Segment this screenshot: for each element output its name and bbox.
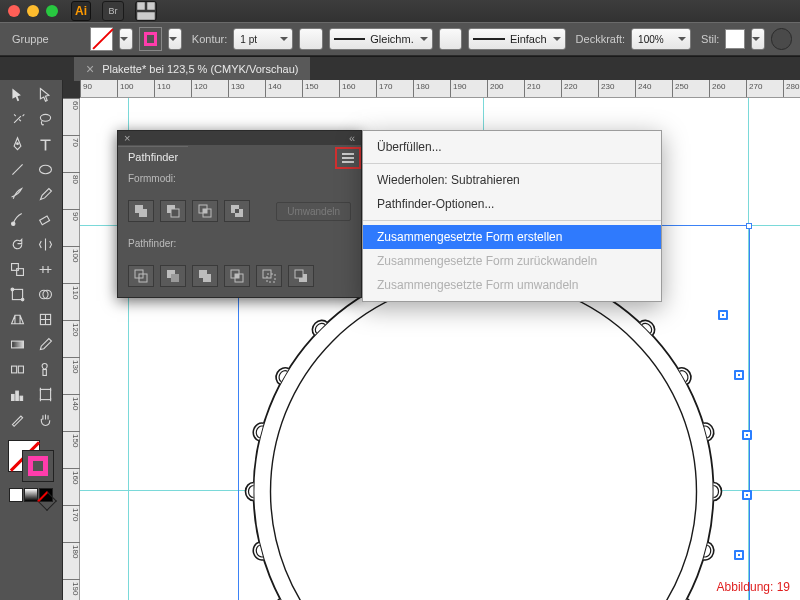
perspective-grid-tool[interactable] bbox=[3, 307, 31, 332]
horizontal-ruler[interactable]: 9010011012013014015016017018019020021022… bbox=[80, 80, 800, 98]
gradient-tool[interactable] bbox=[3, 332, 31, 357]
anchor-point[interactable] bbox=[742, 490, 752, 500]
control-bar: Gruppe Kontur: 1 pt Gleichm. Einfach Dec… bbox=[0, 22, 800, 56]
fill-stroke-control[interactable] bbox=[6, 438, 56, 484]
svg-rect-19 bbox=[42, 370, 45, 376]
svg-point-4 bbox=[16, 143, 18, 145]
svg-rect-29 bbox=[171, 209, 179, 217]
svg-rect-39 bbox=[171, 274, 179, 282]
svg-rect-10 bbox=[12, 289, 22, 299]
slice-tool[interactable] bbox=[3, 407, 31, 432]
svg-rect-20 bbox=[11, 395, 14, 401]
stroke-dropdown[interactable] bbox=[168, 28, 182, 50]
selection-tool[interactable] bbox=[3, 82, 31, 107]
eraser-tool[interactable] bbox=[31, 207, 59, 232]
svg-rect-48 bbox=[295, 270, 303, 278]
blob-brush-tool[interactable] bbox=[3, 207, 31, 232]
panel-flyout-menu-button[interactable] bbox=[337, 149, 359, 167]
pathfinder-tab[interactable]: Pathfinder bbox=[118, 146, 188, 167]
type-tool[interactable] bbox=[31, 132, 59, 157]
svg-rect-18 bbox=[18, 366, 23, 373]
blend-tool[interactable] bbox=[3, 357, 31, 382]
menu-item-release-compound-shape: Zusammengesetzte Form zurückwandeln bbox=[363, 249, 661, 273]
width-tool[interactable] bbox=[31, 257, 59, 282]
stroke-swatch[interactable] bbox=[139, 27, 162, 51]
brush-button[interactable] bbox=[439, 28, 462, 50]
settings-gear-button[interactable] bbox=[771, 28, 792, 50]
anchor-point[interactable] bbox=[734, 550, 744, 560]
close-window-button[interactable] bbox=[8, 5, 20, 17]
figure-caption: Abbildung: 19 bbox=[717, 580, 790, 594]
stroke-width-input[interactable]: 1 pt bbox=[233, 28, 293, 50]
intersect-button[interactable] bbox=[192, 200, 218, 222]
menu-item-trap[interactable]: Überfüllen... bbox=[363, 135, 661, 159]
arrange-docs-button[interactable] bbox=[135, 1, 157, 21]
pathfinder-panel[interactable]: ×« Pathfinder Formmodi: Umwandeln Pathfi… bbox=[117, 130, 362, 298]
reflect-tool[interactable] bbox=[31, 232, 59, 257]
minus-back-button[interactable] bbox=[288, 265, 314, 287]
free-transform-tool[interactable] bbox=[3, 282, 31, 307]
pen-tool[interactable] bbox=[3, 132, 31, 157]
svg-point-12 bbox=[21, 298, 24, 301]
style-swatch[interactable] bbox=[725, 29, 744, 49]
magic-wand-tool[interactable] bbox=[3, 107, 31, 132]
style-dropdown[interactable] bbox=[751, 28, 765, 50]
paintbrush-tool[interactable] bbox=[3, 182, 31, 207]
fill-dropdown[interactable] bbox=[119, 28, 133, 50]
vertical-ruler[interactable]: 60708090100110120130140150160170180190 bbox=[63, 98, 80, 600]
divide-button[interactable] bbox=[128, 265, 154, 287]
anchor-point[interactable] bbox=[742, 430, 752, 440]
document-tab-title: Plakette* bei 123,5 % (CMYK/Vorschau) bbox=[102, 63, 298, 75]
svg-rect-41 bbox=[203, 274, 211, 282]
stroke-cap-label: Gleichm. bbox=[370, 33, 413, 45]
svg-rect-17 bbox=[11, 366, 16, 373]
anchor-point[interactable] bbox=[734, 370, 744, 380]
minus-front-button[interactable] bbox=[160, 200, 186, 222]
svg-rect-42 bbox=[235, 274, 239, 278]
menu-item-options[interactable]: Pathfinder-Optionen... bbox=[363, 192, 661, 216]
artboard-tool[interactable] bbox=[31, 382, 59, 407]
rotate-tool[interactable] bbox=[3, 232, 31, 257]
menu-item-repeat[interactable]: Wiederholen: Subtrahieren bbox=[363, 168, 661, 192]
panel-title-bar[interactable]: ×« bbox=[118, 131, 361, 145]
direct-selection-tool[interactable] bbox=[31, 82, 59, 107]
svg-rect-9 bbox=[16, 269, 23, 276]
exclude-button[interactable] bbox=[224, 200, 250, 222]
line-tool[interactable] bbox=[3, 157, 31, 182]
anchor-point[interactable] bbox=[718, 310, 728, 320]
svg-rect-27 bbox=[139, 209, 147, 217]
trim-button[interactable] bbox=[160, 265, 186, 287]
document-tab[interactable]: × Plakette* bei 123,5 % (CMYK/Vorschau) bbox=[74, 57, 310, 81]
unite-button[interactable] bbox=[128, 200, 154, 222]
outline-button[interactable] bbox=[256, 265, 282, 287]
zoom-window-button[interactable] bbox=[46, 5, 58, 17]
svg-point-6 bbox=[11, 222, 14, 225]
svg-point-3 bbox=[40, 114, 50, 121]
selection-handle[interactable] bbox=[746, 223, 752, 229]
hand-tool[interactable] bbox=[31, 407, 59, 432]
close-tab-icon[interactable]: × bbox=[86, 62, 94, 76]
bridge-button[interactable]: Br bbox=[102, 1, 124, 21]
variable-width-button[interactable] bbox=[299, 28, 322, 50]
fill-swatch[interactable] bbox=[90, 27, 113, 51]
shape-modes-label: Formmodi: bbox=[118, 167, 361, 190]
svg-rect-1 bbox=[147, 2, 155, 10]
menu-item-make-compound-shape[interactable]: Zusammengesetzte Form erstellen bbox=[363, 225, 661, 249]
ellipse-tool[interactable] bbox=[31, 157, 59, 182]
color-mode-buttons[interactable] bbox=[9, 488, 53, 502]
scale-tool[interactable] bbox=[3, 257, 31, 282]
opacity-input[interactable]: 100% bbox=[631, 28, 691, 50]
crop-button[interactable] bbox=[224, 265, 250, 287]
pencil-tool[interactable] bbox=[31, 182, 59, 207]
svg-rect-0 bbox=[137, 2, 145, 10]
merge-button[interactable] bbox=[192, 265, 218, 287]
minimize-window-button[interactable] bbox=[27, 5, 39, 17]
eyedropper-tool[interactable] bbox=[31, 332, 59, 357]
shape-builder-tool[interactable] bbox=[31, 282, 59, 307]
lasso-tool[interactable] bbox=[31, 107, 59, 132]
column-graph-tool[interactable] bbox=[3, 382, 31, 407]
mesh-tool[interactable] bbox=[31, 307, 59, 332]
stroke-cap-select[interactable]: Gleichm. bbox=[329, 28, 433, 50]
stroke-profile-select[interactable]: Einfach bbox=[468, 28, 566, 50]
symbol-sprayer-tool[interactable] bbox=[31, 357, 59, 382]
